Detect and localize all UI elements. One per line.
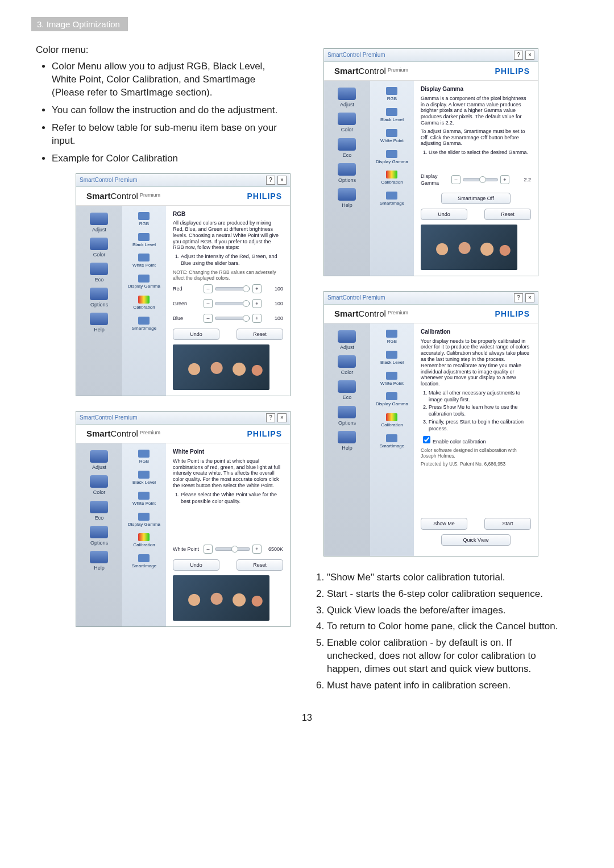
- enable-calibration-checkbox[interactable]: [423, 436, 430, 443]
- close-icon[interactable]: ×: [277, 176, 287, 185]
- show-me-button[interactable]: Show Me: [421, 518, 467, 529]
- preview-image: [421, 225, 517, 270]
- color-menu-title: Color menu:: [36, 44, 291, 57]
- smartimage-off-button[interactable]: SmartImage Off: [441, 193, 511, 204]
- list-item: To return to Color home pane, click the …: [327, 620, 559, 633]
- slider-green[interactable]: Green– +100: [173, 299, 283, 308]
- panel-heading: RGB: [173, 210, 283, 218]
- list-item: Color Menu allow you to adjust RGB, Blac…: [52, 60, 291, 99]
- list-item: Refer to below table for sub-menu item b…: [52, 122, 291, 148]
- quick-view-button[interactable]: Quick View: [441, 534, 511, 546]
- preview-image: [173, 575, 269, 621]
- start-button[interactable]: Start: [484, 518, 531, 529]
- preview-image: [173, 344, 269, 390]
- window-title: SmartControl Premium: [80, 176, 266, 184]
- undo-button[interactable]: Undo: [173, 559, 219, 571]
- philips-logo: PHILIPS: [247, 191, 282, 202]
- slider-gamma[interactable]: Display Gamma– +2.2: [421, 173, 531, 186]
- bullet-list: Color Menu allow you to adjust RGB, Blac…: [31, 60, 291, 165]
- screenshot-white-point: SmartControl Premium ?× SmartControl Pre…: [76, 411, 291, 627]
- list-item: Enable color calibration - by default is…: [327, 637, 559, 676]
- page-number: 13: [31, 713, 583, 723]
- slider-white-point[interactable]: White Point– +6500K: [173, 545, 283, 554]
- list-item: Quick View loads the before/after images…: [327, 604, 559, 617]
- section-header: 3. Image Optimization: [31, 17, 128, 31]
- screenshot-rgb: SmartControl Premium ? × SmartControl Pr…: [76, 173, 291, 397]
- list-item: Must have patent info in calibration scr…: [327, 679, 559, 692]
- screenshot-calibration: SmartControl Premium ?× SmartControl Pre…: [323, 291, 538, 556]
- slider-red[interactable]: Red– +100: [173, 284, 283, 293]
- reset-button[interactable]: Reset: [484, 209, 531, 220]
- list-item: "Show Me" starts color calibration tutor…: [327, 571, 559, 584]
- help-icon[interactable]: ?: [266, 176, 275, 185]
- slider-blue[interactable]: Blue– +100: [173, 314, 283, 323]
- screenshot-gamma: SmartControl Premium ?× SmartControl Pre…: [323, 48, 538, 276]
- list-item: Example for Color Calibration: [52, 152, 291, 165]
- undo-button[interactable]: Undo: [173, 329, 219, 340]
- numbered-list: "Show Me" starts color calibration tutor…: [306, 571, 559, 693]
- brand: SmartControl: [86, 190, 138, 202]
- reset-button[interactable]: Reset: [237, 329, 283, 340]
- reset-button[interactable]: Reset: [237, 559, 283, 571]
- list-item: You can follow the instruction and do th…: [52, 104, 291, 117]
- list-item: Start - starts the 6-step color calibrat…: [327, 588, 559, 601]
- undo-button[interactable]: Undo: [421, 209, 467, 220]
